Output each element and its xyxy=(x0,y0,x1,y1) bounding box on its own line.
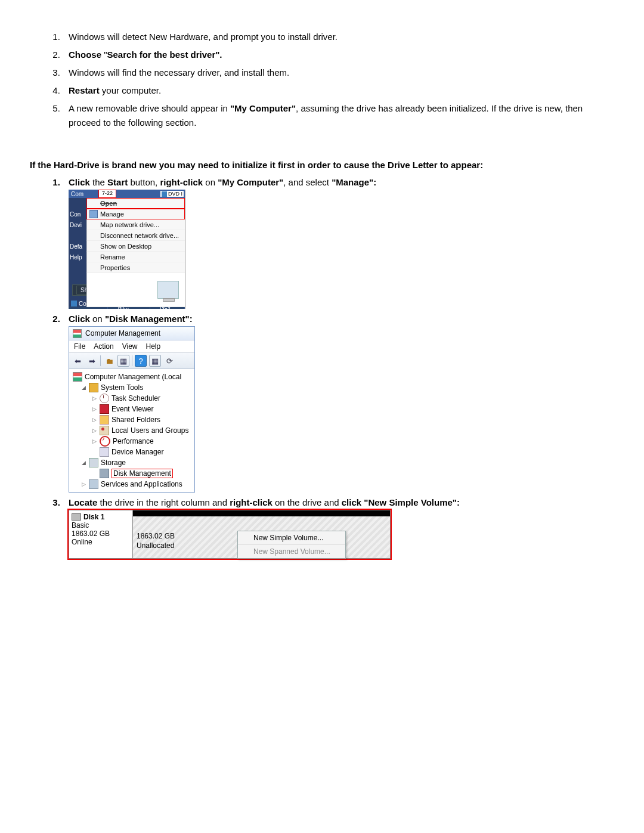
app-icon xyxy=(73,329,82,338)
collapse-icon: ◢ xyxy=(81,385,86,391)
disk-icon xyxy=(100,469,109,478)
text: Computer Management (Local xyxy=(85,373,181,381)
app-icon xyxy=(73,372,82,382)
text: Choose xyxy=(69,49,101,60)
tree-local-users[interactable]: ▷Local Users and Groups xyxy=(72,425,194,436)
expand-icon: ▷ xyxy=(92,395,97,401)
tree-services-apps[interactable]: ▷Services and Applications xyxy=(72,479,194,490)
text: Event Viewer xyxy=(112,405,153,413)
text: Disk 1 xyxy=(83,513,104,521)
dvd-icon xyxy=(162,191,167,197)
window-title: Computer Management xyxy=(85,329,160,337)
back-button[interactable]: ⬅ xyxy=(72,355,83,367)
text: Restart xyxy=(69,85,100,95)
text: right-click xyxy=(160,177,203,187)
window-titlebar: Computer Management xyxy=(69,327,194,340)
menu-open[interactable]: Open xyxy=(86,198,185,209)
text: on the drive and xyxy=(273,497,342,507)
tree-task-scheduler[interactable]: ▷Task Scheduler xyxy=(72,393,194,404)
side-def: Defa xyxy=(69,241,86,252)
text: Unallocated xyxy=(137,541,175,551)
titlebar: Com 7-22 DVD I xyxy=(69,190,185,198)
tree-performance[interactable]: ▷Performance xyxy=(72,436,194,447)
text: Storage xyxy=(101,459,126,467)
dvd-label: DVD I xyxy=(160,191,184,197)
wrench-icon xyxy=(89,383,98,392)
intro-item-5: A new removable drive should appear in "… xyxy=(63,101,614,130)
text: click "New Simple Volume": xyxy=(342,497,460,507)
volume-unallocated[interactable]: 1863.02 GB Unallocated New Simple Volume… xyxy=(132,510,391,559)
menu-properties[interactable]: Properties xyxy=(86,262,185,273)
users-icon xyxy=(100,426,109,435)
side-dev: Devi xyxy=(69,219,86,230)
text: Manage xyxy=(100,210,124,218)
menu-view[interactable]: View xyxy=(122,342,138,351)
menu-manage[interactable]: Manage xyxy=(86,209,185,219)
text: System Tools xyxy=(101,383,143,392)
menu-new-simple-volume[interactable]: New Simple Volume... xyxy=(238,531,345,544)
screenshot-disk-management: Disk 1 Basic 1863.02 GB Online 1863.02 G… xyxy=(69,510,391,559)
intro-item-1: Windows will detect New Hardware, and pr… xyxy=(63,30,614,44)
services-icon xyxy=(89,479,98,489)
disk-size: 1863.02 GB xyxy=(72,529,130,538)
refresh-button[interactable]: ⟳ xyxy=(163,355,175,367)
side-blank xyxy=(69,262,86,273)
text: Local Users and Groups xyxy=(112,426,188,435)
step-3: Locate the drive in the right column and… xyxy=(63,497,614,559)
toolbar: ⬅ ➡ 🖿 ▦ ? ▦ ⟳ xyxy=(69,353,194,369)
text: "Manage": xyxy=(332,177,376,187)
intro-item-2: Choose "Search for the best driver". xyxy=(63,48,614,62)
text: Shared Folders xyxy=(112,416,160,424)
menu-action[interactable]: Action xyxy=(94,342,113,351)
text: button, xyxy=(128,177,160,187)
clock-icon xyxy=(100,394,109,403)
step-1: Click the Start button, right-click on "… xyxy=(63,177,614,309)
folder-icon xyxy=(100,415,109,425)
volume-header-bar xyxy=(133,510,390,516)
up-button[interactable]: 🖿 xyxy=(103,355,115,367)
tree-device-manager[interactable]: Device Manager xyxy=(72,447,194,457)
menu-map-drive[interactable]: Map network drive... xyxy=(86,219,185,230)
computer-icon xyxy=(71,301,77,306)
side-help: Help xyxy=(69,252,86,262)
menu-file[interactable]: File xyxy=(74,342,85,351)
text: , and select xyxy=(283,177,332,187)
menu-help[interactable]: Help xyxy=(146,342,161,351)
text: Windows will detect New Hardware, and pr… xyxy=(69,32,338,42)
menu-new-spanned-volume: New Spanned Volume... xyxy=(238,544,345,558)
expand-icon: ▷ xyxy=(92,438,97,444)
context-menu: New Simple Volume... New Spanned Volume.… xyxy=(237,531,346,559)
tree-shared-folders[interactable]: ▷Shared Folders xyxy=(72,414,194,425)
text: 1863.02 GB xyxy=(137,532,175,541)
tree-event-viewer[interactable]: ▷Event Viewer xyxy=(72,404,194,414)
tree-root[interactable]: Computer Management (Local xyxy=(72,371,194,382)
view-button[interactable]: ▦ xyxy=(149,355,161,367)
tree-disk-management[interactable]: Disk Management xyxy=(72,468,194,479)
properties-button[interactable]: ▦ xyxy=(117,355,129,367)
highlight-box: Disk Management xyxy=(112,469,173,478)
intro-list: Windows will detect New Hardware, and pr… xyxy=(30,30,614,130)
text: "Disk Management": xyxy=(105,314,193,324)
tree-system-tools[interactable]: ◢System Tools xyxy=(72,382,194,393)
text: Services and Applications xyxy=(101,480,182,488)
text: A new removable drive should appear in xyxy=(69,103,230,113)
help-button[interactable]: ? xyxy=(135,355,147,367)
side-blank xyxy=(69,198,86,209)
disk-type: Basic xyxy=(72,521,130,529)
text: Search for the best driver". xyxy=(107,49,222,60)
expand-icon: ▷ xyxy=(92,417,97,423)
menu-show-desktop[interactable]: Show on Desktop xyxy=(86,241,185,252)
disk-status: Online xyxy=(72,538,130,546)
menu-disconnect-drive[interactable]: Disconnect network drive... xyxy=(86,230,185,241)
separator xyxy=(100,355,101,366)
text: Click xyxy=(69,177,90,187)
text: " xyxy=(101,49,107,60)
menu-rename[interactable]: Rename xyxy=(86,252,185,262)
screenshot-start-menu: Com 7-22 DVD I Open Con Manage Devi Map … xyxy=(69,190,185,309)
collapse-icon: ◢ xyxy=(81,460,86,466)
forward-button[interactable]: ➡ xyxy=(86,355,98,367)
device-icon xyxy=(100,447,109,457)
expand-icon: ▷ xyxy=(81,481,86,487)
text: Com xyxy=(69,191,83,197)
tree-storage[interactable]: ◢Storage xyxy=(72,457,194,468)
